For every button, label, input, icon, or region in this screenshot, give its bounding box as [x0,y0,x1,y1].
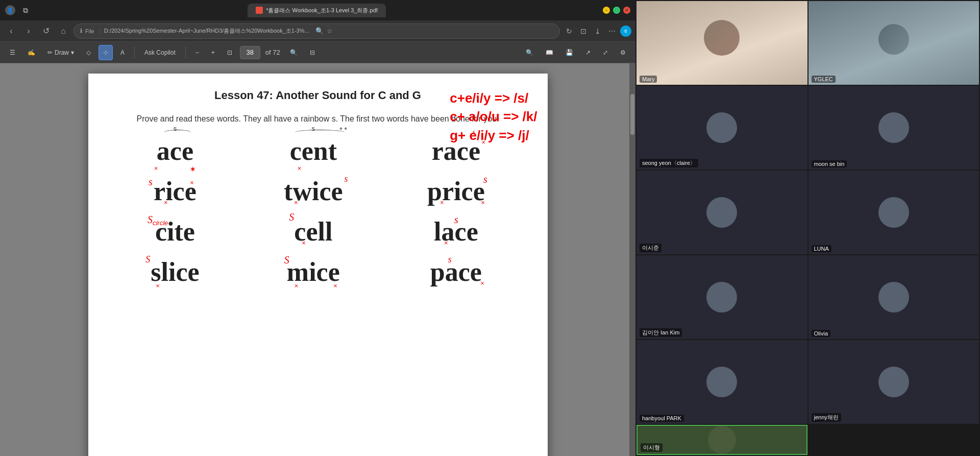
word-lace-container: lace s × [434,217,478,247]
pdf-page: Lesson 47: Another Sound for C and G c+e… [88,74,548,456]
mary-name-label: Mary [640,76,657,83]
word-column-1: s ace × ✶ rice s × × cite S [151,136,199,287]
close-button[interactable]: ✕ [623,7,630,14]
word-twice-container: twice s × [284,176,342,206]
minimize-button[interactable]: − [603,7,610,14]
browser-action-2[interactable]: ⊡ [577,25,590,37]
title-bar: 👤 ⧉ *홈클래스 Workbook_조1-3 Level 3_최종.pdf −… [0,0,635,20]
word-pace-container: pace s × [430,257,482,287]
participant-cell-mary[interactable]: Mary [636,1,807,85]
zoom-out-button[interactable]: − [191,45,204,60]
browser-window: 👤 ⧉ *홈클래스 Workbook_조1-3 Level 3_최종.pdf −… [0,0,635,456]
word-ace: ace [157,136,193,165]
moon-avatar [878,112,909,143]
olivia-avatar [878,282,909,313]
draw-label: Draw [55,49,69,56]
erase-button[interactable]: ◇ [82,45,95,60]
forward-button[interactable]: › [21,24,36,38]
yisizhun-avatar [706,197,737,228]
participant-cell-jenny[interactable]: jenny채린 [808,340,979,424]
home-button[interactable]: ⌂ [56,24,70,38]
luna-avatar [878,197,909,228]
fullscreen-button[interactable]: ⤢ [598,45,612,60]
kim-name-label: 김이안 Ian Kim [640,328,682,337]
refresh-button[interactable]: ↺ [39,24,53,38]
draw-button[interactable]: ✏ Draw ▾ [43,45,79,60]
olivia-name-label: Olivia [812,330,831,337]
participant-cell-yglec[interactable]: YGLEC [808,1,979,85]
annotation-button[interactable]: ✍ [23,45,40,60]
scrollbar-thumb[interactable] [630,94,634,135]
ask-copilot-button[interactable]: Ask Copilot [140,45,180,60]
immersive-reader-button[interactable]: 📖 [541,45,558,60]
pdf-scrollbar[interactable] [629,63,635,456]
seong-name-label: seong yeon〈claire〉 [640,159,698,167]
share-button[interactable]: ↗ [581,45,595,60]
browser-action-4[interactable]: ⋯ [606,25,618,37]
word-rice-container: rice s × × [154,176,197,206]
word-race: race [432,136,480,165]
kim-avatar [706,282,737,313]
word-cent-container: s * * cent × [290,136,337,166]
word-price-container: price s × × [427,176,485,206]
word-cell: cell [294,217,332,246]
collections-icon: ⧉ [20,5,31,15]
browser-action-1[interactable]: ↻ [563,25,575,37]
word-race-container: race s × [432,136,480,166]
word-cell-container: cell S × [294,217,332,247]
hanbyoul-name-label: hanbyoul PARK [640,415,684,422]
participant-cell-olivia[interactable]: Olivia [808,255,979,339]
participant-cell-moon[interactable]: moon se bin [808,86,979,170]
browser-action-edge[interactable]: e [620,26,631,37]
yglec-name-label: YGLEC [812,76,836,83]
search-button[interactable]: 🔍 [521,45,538,60]
select-button[interactable]: ⊹ [99,45,113,60]
sidebar-toggle-button[interactable]: ☰ [5,45,20,60]
word-column-3: race s × price s × × lace s × [427,136,485,287]
address-text: D:/2024/Spring%20Semester-April~June/RHD… [104,27,309,35]
participant-cell-hanbyoul[interactable]: hanbyoul PARK [636,340,807,424]
zoom-in-button[interactable]: + [207,45,219,60]
formula-1: c+e/i/y => /s/ [450,89,537,107]
page-number-input[interactable] [240,46,260,59]
window-controls: − □ ✕ [603,7,630,14]
browser-action-3[interactable]: ⤓ [592,25,604,37]
fit-page-button[interactable]: ⊡ [223,45,237,60]
draw-icon: ✏ [47,49,53,56]
participant-cell-kim[interactable]: 김이안 Ian Kim [636,255,807,339]
participant-cell-luna[interactable]: LUNA [808,171,979,254]
participant-cell-yisiying[interactable]: 이시형 [636,425,807,455]
settings-button[interactable]: ⚙ [616,45,630,60]
participant-cell-seong[interactable]: seong yeon〈claire〉 [636,86,807,170]
moon-name-label: moon se bin [812,160,847,167]
pdf-tab-icon [256,7,263,14]
text-button[interactable]: A [116,45,129,60]
draw-chevron: ▾ [71,49,74,56]
active-tab[interactable]: *홈클래스 Workbook_조1-3 Level 3_최종.pdf [248,4,386,17]
pdf-content-area: Lesson 47: Another Sound for C and G c+e… [0,63,635,456]
pdf-toolbar: ☰ ✍ ✏ Draw ▾ ◇ ⊹ A Ask Copilot − + ⊡ of … [0,42,635,63]
maximize-button[interactable]: □ [613,7,620,14]
layout-button[interactable]: ⊟ [305,45,320,60]
save-button[interactable]: 💾 [561,45,578,60]
user-avatar-icon: 👤 [5,5,15,15]
yisizhun-name-label: 이시준 [640,244,662,252]
words-grid: s ace × ✶ rice s × × cite S [109,136,527,287]
word-ace-container: s ace × ✶ [157,136,193,166]
browser-toolbar-icons: ↻ ⊡ ⤓ ⋯ e [563,25,631,37]
address-bar: ‹ › ↺ ⌂ ℹ File | D:/2024/Spring%20Semest… [0,20,635,42]
word-slice-container: slice S × [151,257,199,287]
address-input[interactable]: ℹ File | D:/2024/Spring%20Semester-April… [74,23,560,39]
zoom-level-button[interactable]: 🔍 [285,45,302,60]
word-pace: pace [430,257,482,286]
toolbar-separator-1 [134,46,135,59]
jenny-avatar [878,367,909,397]
participants-grid: Mary YGLEC seong yeon〈claire〉 moon se bi… [635,0,980,456]
toolbar-separator-2 [185,46,186,59]
yisiying-name-label: 이시형 [641,443,663,452]
word-cent: cent [290,136,337,165]
seong-avatar [706,112,737,143]
back-button[interactable]: ‹ [4,24,18,38]
participant-cell-yisizhun[interactable]: 이시준 [636,171,807,254]
video-panel: Mary YGLEC seong yeon〈claire〉 moon se bi… [635,0,980,456]
